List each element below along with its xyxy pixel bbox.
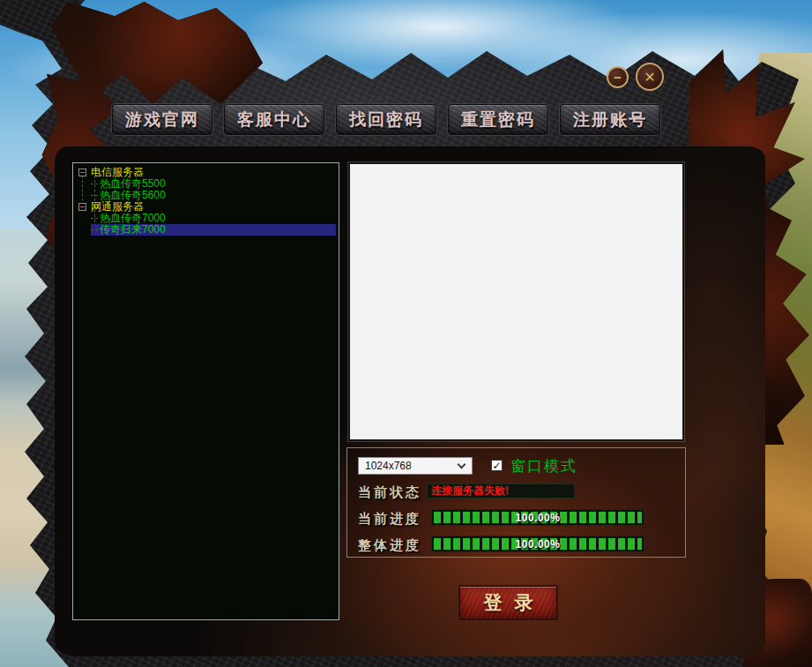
overall-progress-bar: 100.00% — [431, 536, 644, 552]
tree-item-label: 传奇归来7000 — [100, 224, 166, 236]
nav-button-official-site[interactable]: 游戏官网 — [112, 104, 212, 135]
window-mode-label: 窗口模式 — [510, 456, 577, 476]
nav-button-reset-password[interactable]: 重置密码 — [448, 104, 548, 135]
close-icon: ✕ — [644, 69, 655, 86]
current-status-value: 连接服务器失败! — [427, 483, 575, 498]
current-status-label: 当前状态 — [358, 484, 421, 501]
collapse-icon[interactable] — [78, 169, 86, 176]
resolution-select[interactable]: 1024x768 — [358, 457, 473, 475]
resolution-value: 1024x768 — [365, 460, 412, 472]
current-progress-bar: 100.00% — [431, 509, 644, 526]
controls-panel: 1024x768 ✓ 窗口模式 当前状态 连接服务器失败! 当前进度 100.0… — [346, 447, 686, 558]
tree-item-server-selected[interactable]: 传奇归来7000 — [91, 224, 336, 236]
nav-button-customer-service[interactable]: 客服中心 — [224, 104, 324, 135]
overall-progress-value: 100.00% — [432, 536, 644, 551]
window-mode-checkbox[interactable]: ✓ — [491, 460, 503, 471]
announcement-panel — [348, 162, 684, 441]
overall-progress-label: 整体进度 — [358, 537, 421, 554]
server-tree-panel: 电信服务器 热血传奇5500 热血传奇5600 网通服务器 热血传奇7000 传… — [72, 162, 339, 620]
collapse-icon[interactable] — [78, 203, 86, 211]
login-button[interactable]: 登录 — [458, 585, 558, 620]
current-progress-label: 当前进度 — [358, 511, 421, 528]
chevron-down-icon — [458, 461, 466, 469]
minimize-icon: − — [614, 70, 622, 85]
launcher-window: − ✕ 游戏官网 客服中心 找回密码 重置密码 注册账号 电信服务器 热血传奇5… — [0, 0, 812, 667]
minimize-button[interactable]: − — [607, 66, 629, 88]
nav-button-register-account[interactable]: 注册账号 — [560, 104, 660, 135]
nav-button-recover-password[interactable]: 找回密码 — [336, 104, 436, 135]
close-button[interactable]: ✕ — [636, 63, 664, 91]
current-progress-value: 100.00% — [432, 510, 644, 525]
